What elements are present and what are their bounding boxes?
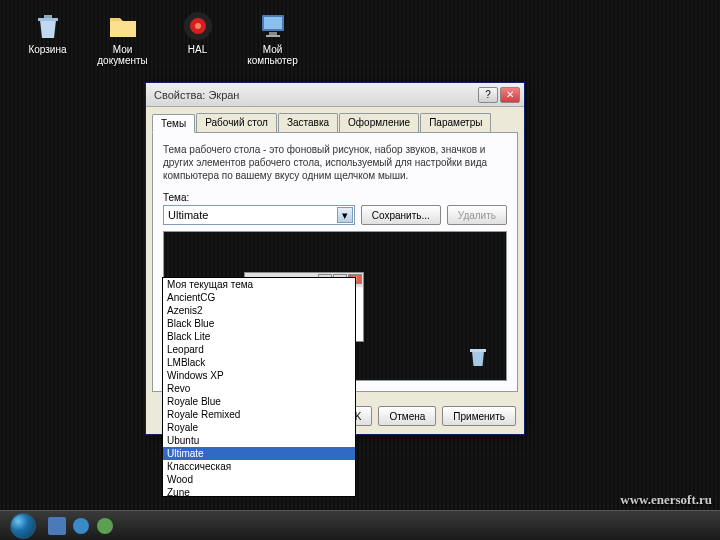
desktop-icon-hal[interactable]: HAL — [170, 10, 225, 66]
quick-launch-icon[interactable] — [48, 517, 66, 535]
display-properties-dialog: Свойства: Экран ? ✕ Темы Рабочий стол За… — [145, 82, 525, 435]
apply-button[interactable]: Применить — [442, 406, 516, 426]
dropdown-item[interactable]: Royale Remixed — [163, 408, 355, 421]
computer-icon — [257, 10, 289, 42]
tabs: Темы Рабочий стол Заставка Оформление Па… — [146, 107, 524, 132]
titlebar[interactable]: Свойства: Экран ? ✕ — [146, 83, 524, 107]
tab-appearance[interactable]: Оформление — [339, 113, 419, 132]
desktop-icon-computer[interactable]: Мой компьютер — [245, 10, 300, 66]
svg-rect-9 — [48, 517, 66, 535]
dropdown-item[interactable]: Royale — [163, 421, 355, 434]
tab-themes[interactable]: Темы — [152, 114, 195, 133]
start-button[interactable] — [6, 512, 40, 540]
theme-dropdown-list[interactable]: Моя текущая темаAncientCGAzenis2Black Bl… — [162, 277, 356, 497]
dropdown-item[interactable]: LMBlack — [163, 356, 355, 369]
desktop-icons: Корзина Мои документы HAL Мой компьютер — [20, 10, 300, 66]
svg-point-3 — [195, 23, 201, 29]
start-orb-icon — [10, 513, 36, 539]
desktop-icon-label: Корзина — [28, 44, 66, 55]
desktop-icon-label: Мой компьютер — [245, 44, 300, 66]
quick-launch-icon[interactable] — [96, 517, 114, 535]
delete-button: Удалить — [447, 205, 507, 225]
dropdown-item[interactable]: Leopard — [163, 343, 355, 356]
tab-screensaver[interactable]: Заставка — [278, 113, 338, 132]
dropdown-item[interactable]: Azenis2 — [163, 304, 355, 317]
tab-settings[interactable]: Параметры — [420, 113, 491, 132]
svg-rect-0 — [44, 15, 52, 18]
svg-point-10 — [73, 518, 89, 534]
chevron-down-icon: ▾ — [337, 207, 353, 223]
dropdown-item[interactable]: Royale Blue — [163, 395, 355, 408]
desktop-icon-label: Мои документы — [95, 44, 150, 66]
dropdown-item[interactable]: Black Lite — [163, 330, 355, 343]
description-text: Тема рабочего стола - это фоновый рисуно… — [163, 143, 507, 182]
help-button[interactable]: ? — [478, 87, 498, 103]
dropdown-item[interactable]: AncientCG — [163, 291, 355, 304]
dropdown-item[interactable]: Windows XP — [163, 369, 355, 382]
dropdown-item[interactable]: Wood — [163, 473, 355, 486]
dropdown-item[interactable]: Zune — [163, 486, 355, 497]
theme-combobox[interactable]: Ultimate ▾ — [163, 205, 355, 225]
quick-launch-icon[interactable] — [72, 517, 90, 535]
preview-recycle-bin-icon — [468, 346, 488, 368]
watermark: www.enersoft.ru — [620, 492, 712, 508]
tab-desktop[interactable]: Рабочий стол — [196, 113, 277, 132]
taskbar — [0, 510, 720, 540]
desktop-icon-documents[interactable]: Мои документы — [95, 10, 150, 66]
svg-rect-5 — [264, 17, 282, 29]
theme-selected-value: Ultimate — [168, 209, 208, 221]
svg-rect-8 — [470, 349, 486, 352]
dropdown-item[interactable]: Классическая — [163, 460, 355, 473]
desktop-icon-label: HAL — [188, 44, 207, 55]
dialog-title: Свойства: Экран — [150, 89, 478, 101]
theme-label: Тема: — [163, 192, 507, 203]
folder-icon — [107, 10, 139, 42]
desktop-icon-recycle-bin[interactable]: Корзина — [20, 10, 75, 66]
hal-icon — [182, 10, 214, 42]
dropdown-item[interactable]: Revo — [163, 382, 355, 395]
svg-rect-6 — [269, 32, 277, 35]
recycle-bin-icon — [32, 10, 64, 42]
dropdown-item[interactable]: Ubuntu — [163, 434, 355, 447]
dropdown-item[interactable]: Моя текущая тема — [163, 278, 355, 291]
save-button[interactable]: Сохранить... — [361, 205, 441, 225]
close-button[interactable]: ✕ — [500, 87, 520, 103]
dropdown-item[interactable]: Ultimate — [163, 447, 355, 460]
svg-point-11 — [97, 518, 113, 534]
svg-rect-7 — [266, 35, 280, 37]
dropdown-item[interactable]: Black Blue — [163, 317, 355, 330]
cancel-button[interactable]: Отмена — [378, 406, 436, 426]
